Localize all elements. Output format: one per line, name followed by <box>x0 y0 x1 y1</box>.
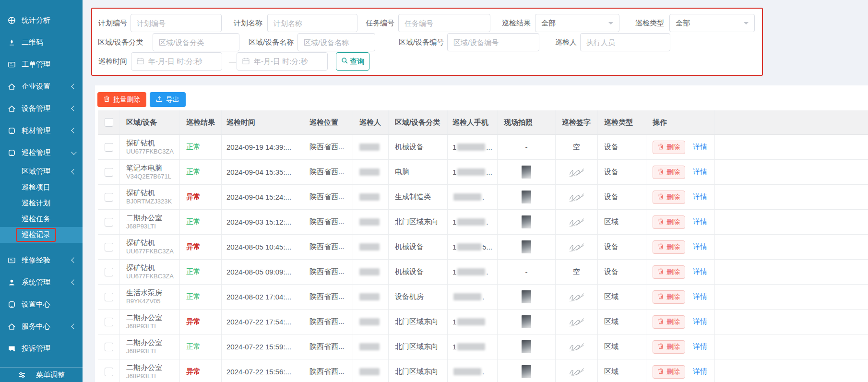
masked-phone-number <box>453 193 481 201</box>
search-button[interactable]: 查询 <box>336 52 369 71</box>
row-checkbox[interactable] <box>105 268 113 276</box>
cell-signature <box>556 185 598 209</box>
delete-button[interactable]: 删除 <box>653 340 685 354</box>
detail-link[interactable]: 详情 <box>693 167 707 177</box>
sidebar-item-system-management[interactable]: 系统管理 <box>0 271 83 293</box>
delete-button[interactable]: 删除 <box>653 290 685 304</box>
plan-no-input[interactable] <box>131 14 222 32</box>
cell-inspection-type: 设备 <box>598 185 646 209</box>
row-checkbox[interactable] <box>105 318 113 326</box>
row-checkbox[interactable] <box>105 368 113 376</box>
time-end-input[interactable]: 年-月-日 时:分:秒 <box>237 52 328 71</box>
sidebar-item-consumables[interactable]: 耗材管理 <box>0 119 83 142</box>
sidebar-item-work-orders[interactable]: 工单管理 <box>0 53 83 75</box>
sidebar-item-repair-experience[interactable]: 维修经验 <box>0 249 83 271</box>
masked-phone-number <box>453 368 481 375</box>
batch-delete-button[interactable]: 批量删除 <box>97 92 146 107</box>
delete-button[interactable]: 删除 <box>653 365 685 379</box>
task-no-input[interactable] <box>398 14 490 32</box>
cell-inspector <box>353 285 389 309</box>
row-checkbox[interactable] <box>105 193 113 202</box>
cell-inspector-phone: 1 <box>448 310 498 334</box>
row-checkbox[interactable] <box>105 243 113 251</box>
site-photo-thumbnail[interactable] <box>522 215 531 228</box>
sidebar-item-inspection-tasks[interactable]: 巡检任务 <box>0 211 83 227</box>
detail-link[interactable]: 详情 <box>693 317 707 326</box>
sidebar-item-enterprise-settings[interactable]: 企业设置 <box>0 75 83 97</box>
cell-site-photo <box>498 235 556 259</box>
site-photo-thumbnail[interactable] <box>522 191 531 203</box>
delete-button[interactable]: 删除 <box>653 315 685 329</box>
delete-button[interactable]: 删除 <box>653 240 685 254</box>
sidebar-item-area-management[interactable]: 区域管理 <box>0 164 83 179</box>
device-code: UU677FKBC3ZA <box>126 248 174 255</box>
sidebar-item-inspection-records[interactable]: 巡检记录 <box>0 227 83 243</box>
delete-button[interactable]: 删除 <box>653 265 685 279</box>
site-photo-thumbnail[interactable] <box>522 365 531 378</box>
cell-inspection-time: 2024-09-04 15:24:... <box>222 185 303 209</box>
delete-button[interactable]: 删除 <box>653 141 685 154</box>
sidebar-item-complaints[interactable]: 投诉管理 <box>0 337 83 359</box>
table-row: 笔记本电脑 V34Q2E7B671L 正常 2024-09-04 15:35:.… <box>98 160 868 185</box>
sidebar-item-inspection-plans[interactable]: 巡检计划 <box>0 195 83 211</box>
cell-area-device: 探矿钻机 UU677FKBC3ZA <box>120 260 180 284</box>
delete-button[interactable]: 删除 <box>653 215 685 229</box>
inspector-input[interactable] <box>580 33 670 51</box>
delete-button[interactable]: 删除 <box>653 166 685 179</box>
table-row: 二期办公室 J68P93LTI 异常 2024-07-22 17:54:... … <box>98 310 868 334</box>
cell-site-photo <box>498 310 556 334</box>
inspection-result: 正常 <box>186 267 201 276</box>
sidebar-item-device-management[interactable]: 设备管理 <box>0 97 83 119</box>
detail-link[interactable]: 详情 <box>693 192 707 202</box>
site-photo-thumbnail[interactable] <box>522 290 531 303</box>
time-start-input[interactable]: 年-月-日 时:分:秒 <box>131 52 222 71</box>
detail-link[interactable]: 详情 <box>693 342 707 351</box>
plan-name-input[interactable] <box>267 14 357 32</box>
sidebar-item-settings-center[interactable]: 设置中心 <box>0 293 83 315</box>
row-checkbox[interactable] <box>105 218 113 227</box>
area-name-input[interactable] <box>297 33 375 51</box>
detail-link[interactable]: 详情 <box>693 367 707 376</box>
row-checkbox[interactable] <box>105 293 113 301</box>
result-select[interactable]: 全部 <box>535 14 619 32</box>
select-all-checkbox[interactable] <box>105 118 113 127</box>
cell-inspection-time: 2024-08-05 09:09:... <box>222 260 303 284</box>
delete-button[interactable]: 删除 <box>653 191 685 204</box>
task-no-label: 任务编号 <box>366 14 394 32</box>
detail-link[interactable]: 详情 <box>693 143 707 152</box>
detail-link[interactable]: 详情 <box>693 267 707 276</box>
detail-link[interactable]: 详情 <box>693 242 707 251</box>
site-photo-thumbnail[interactable] <box>522 240 531 253</box>
site-photo-thumbnail[interactable] <box>522 166 531 179</box>
cell-inspection-location: 陕西省西... <box>303 310 353 334</box>
cell-inspector <box>353 185 389 209</box>
row-checkbox[interactable] <box>105 168 113 177</box>
sidebar-item-inspection[interactable]: 巡检管理 <box>0 142 83 164</box>
cell-inspection-time: 2024-09-03 15:12:... <box>222 210 303 234</box>
type-select[interactable]: 全部 <box>669 14 755 32</box>
detail-link[interactable]: 详情 <box>693 217 707 227</box>
device-code: J68P93LTI <box>126 322 156 330</box>
row-checkbox[interactable] <box>105 143 113 152</box>
export-button[interactable]: 导出 <box>150 92 186 107</box>
col-header-phone: 巡检人手机 <box>448 110 498 134</box>
site-photo-thumbnail[interactable] <box>522 340 531 353</box>
sidebar-item-inspection-items[interactable]: 巡检项目 <box>0 179 83 195</box>
row-filler <box>715 359 868 382</box>
site-photo-thumbnail[interactable] <box>522 315 531 328</box>
area-category-input[interactable] <box>153 33 239 51</box>
filter-panel: 计划编号 计划名称 任务编号 巡检结果 全部 巡检类型 全部 区域/设备分类 区… <box>91 8 763 76</box>
records-panel: 批量删除 导出 区域/设备 巡检结果 巡检时间 巡检位置 巡检人 区域/设备分类… <box>95 85 868 382</box>
area-no-input[interactable] <box>447 33 539 51</box>
plan-no-label: 计划编号 <box>98 14 127 32</box>
cell-inspector <box>353 135 389 159</box>
repair-icon <box>8 256 16 264</box>
sidebar-item-qrcode[interactable]: 二维码 <box>0 31 83 53</box>
sidebar-item-statistics[interactable]: 统计分析 <box>0 9 83 31</box>
detail-link[interactable]: 详情 <box>693 292 707 301</box>
signature-image <box>567 191 585 203</box>
masked-inspector-name <box>359 343 380 350</box>
row-checkbox[interactable] <box>105 343 113 351</box>
sidebar-item-service-center[interactable]: 服务中心 <box>0 315 83 337</box>
sidebar-item-menu-adjust[interactable]: 菜单调整 <box>0 367 83 382</box>
